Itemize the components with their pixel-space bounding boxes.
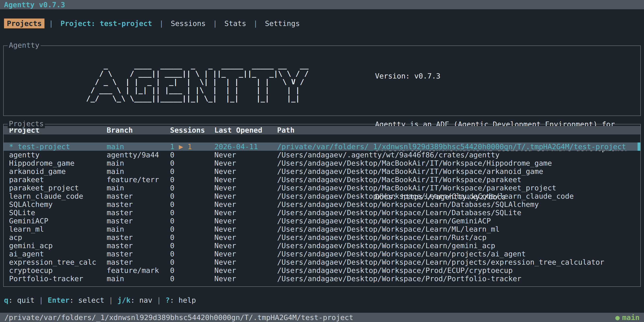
help-key-q: q xyxy=(4,296,8,304)
help-desc: : select xyxy=(70,296,104,304)
project-row[interactable]: acpmaster0Never/Users/andagaev/Desktop/W… xyxy=(4,233,640,242)
cell-branch: main xyxy=(107,184,170,192)
cell-last-opened: Never xyxy=(214,176,277,184)
cell-branch: master xyxy=(107,208,170,217)
sessions-count: 1 xyxy=(170,142,174,151)
cell-project: gemini_acp xyxy=(9,242,107,250)
hero-content: _ ____ _____ _ _ _____ _____ __ __ / \ /… xyxy=(4,46,640,116)
cell-path: /Users/andagaev/Desktop/MacBookAir/IT/Wo… xyxy=(277,159,640,167)
column-header-branch: Branch xyxy=(107,126,170,134)
cell-last-opened: Never xyxy=(214,159,277,167)
help-separator: | xyxy=(152,296,166,304)
cell-branch: master xyxy=(107,192,170,200)
sessions-count: 0 xyxy=(170,176,174,184)
project-row[interactable]: * test-projectmain1 ▶ 12026-04-11/privat… xyxy=(4,142,640,151)
cell-branch: feature/mark xyxy=(107,266,170,274)
cell-branch: feature/terr xyxy=(107,176,170,184)
cell-sessions: 0 xyxy=(170,242,214,250)
cell-last-opened: Never xyxy=(214,242,277,250)
help-key-enter: Enter xyxy=(48,296,70,304)
tab-stats[interactable]: Stats xyxy=(222,18,249,28)
projects-panel-title: Projects xyxy=(8,119,45,128)
cell-path: /Users/andagaev/Desktop/Workspace/Learn/… xyxy=(277,217,640,225)
cell-path: /Users/andagaev/Desktop/MacBookAir/IT/Wo… xyxy=(277,167,640,176)
project-row[interactable]: gemini_acpmaster0Never/Users/andagaev/De… xyxy=(4,242,640,250)
sessions-count: 0 xyxy=(170,217,174,225)
cell-path: /Users/andagaev/.agentty/wt/9a446f86/cra… xyxy=(277,151,640,159)
project-row[interactable]: learn_claude_codemaster0Never/Users/anda… xyxy=(4,192,640,200)
cell-branch: main xyxy=(107,159,170,167)
cell-branch: master xyxy=(107,242,170,250)
sessions-count: 0 xyxy=(170,242,174,250)
cell-project: acp xyxy=(9,233,107,242)
table-gap xyxy=(4,134,640,142)
sessions-count: 0 xyxy=(170,233,174,242)
cell-sessions: 1 ▶ 1 xyxy=(170,142,214,151)
project-row[interactable]: SQLitemaster0Never/Users/andagaev/Deskto… xyxy=(4,208,640,217)
project-row[interactable]: learn_mlmain0Never/Users/andagaev/Deskto… xyxy=(4,225,640,233)
sessions-count: 0 xyxy=(170,208,174,217)
tab-separator: | xyxy=(249,19,262,28)
project-row[interactable]: parakeet_projectmain0Never/Users/andagae… xyxy=(4,184,640,192)
cell-sessions: 0 xyxy=(170,225,214,233)
project-row[interactable]: parakeetfeature/terr0Never/Users/andagae… xyxy=(4,176,640,184)
help-key-jk: j/k xyxy=(118,296,130,304)
cell-sessions: 0 xyxy=(170,266,214,274)
cell-project: arkanoid_game xyxy=(9,167,107,176)
cell-project: GeminiACP xyxy=(9,217,107,225)
project-row[interactable]: Portfolio-trackermain0Never/Users/andaga… xyxy=(4,274,640,283)
git-dot-icon: ● xyxy=(616,313,620,322)
sessions-count: 0 xyxy=(170,266,174,274)
tab-settings[interactable]: Settings xyxy=(262,18,302,28)
cell-sessions: 0 xyxy=(170,151,214,159)
sessions-count: 0 xyxy=(170,192,174,200)
cell-last-opened: Never xyxy=(214,167,277,176)
cell-last-opened: Never xyxy=(214,266,277,274)
cell-project: parakeet xyxy=(9,176,107,184)
cell-project: ai_agent xyxy=(9,250,107,258)
column-header-path: Path xyxy=(277,126,640,134)
cell-sessions: 0 xyxy=(170,208,214,217)
sessions-count: 0 xyxy=(170,167,174,176)
cell-branch: master xyxy=(107,250,170,258)
project-row[interactable]: ai_agentmaster0Never/Users/andagaev/Desk… xyxy=(4,250,640,258)
sessions-count: 0 xyxy=(170,225,174,233)
tab-current-project[interactable]: Project: test-project xyxy=(58,18,155,28)
scrollbar-thumb[interactable] xyxy=(638,142,640,151)
cell-branch: master xyxy=(107,258,170,266)
cell-path: /Users/andagaev/Desktop/MacBookAir/IT/Wo… xyxy=(277,184,640,192)
cell-last-opened: Never xyxy=(214,184,277,192)
table-body: * test-projectmain1 ▶ 12026-04-11/privat… xyxy=(4,142,640,283)
spacer xyxy=(375,96,628,104)
git-branch-name: main xyxy=(622,313,640,322)
cell-path: /Users/andagaev/Desktop/Workspace/Prod/P… xyxy=(277,274,640,283)
projects-panel: Projects ProjectBranchSessionsLast Opene… xyxy=(3,124,641,287)
cell-path: /Users/andagaev/Desktop/Workspace/Learn/… xyxy=(277,242,640,250)
cell-last-opened: Never xyxy=(214,250,277,258)
cell-path: /Users/andagaev/Desktop/Workspace/Learn/… xyxy=(277,258,640,266)
git-status: ●main xyxy=(616,313,640,322)
help-separator: | xyxy=(104,296,118,304)
project-row[interactable]: arkanoid_gamemain0Never/Users/andagaev/D… xyxy=(4,167,640,176)
version-line: Version: v0.7.3 xyxy=(375,72,628,80)
sessions-count: 0 xyxy=(170,151,174,159)
cell-project: expression_tree_calc xyxy=(9,258,107,266)
cell-last-opened: Never xyxy=(214,151,277,159)
cell-sessions: 0 xyxy=(170,217,214,225)
project-row[interactable]: cryptoecupfeature/mark0Never/Users/andag… xyxy=(4,266,640,274)
cell-branch: main xyxy=(107,225,170,233)
cell-project: * test-project xyxy=(9,142,107,151)
cell-sessions: 0 xyxy=(170,167,214,176)
project-row[interactable]: agenttyagentty/9a440Never/Users/andagaev… xyxy=(4,151,640,159)
tab-sessions[interactable]: Sessions xyxy=(168,18,208,28)
project-row[interactable]: Hippodrome_gamemain0Never/Users/andagaev… xyxy=(4,159,640,167)
tab-projects[interactable]: Projects xyxy=(4,18,44,28)
cell-last-opened: Never xyxy=(214,233,277,242)
sessions-count: 0 xyxy=(170,258,174,266)
cell-sessions: 0 xyxy=(170,258,214,266)
cell-path: /private/var/folders/_1/xdnwsnl929d389bh… xyxy=(277,142,640,151)
project-row[interactable]: expression_tree_calcmaster0Never/Users/a… xyxy=(4,258,640,266)
project-row[interactable]: GeminiACPmaster0Never/Users/andagaev/Des… xyxy=(4,217,640,225)
cell-path: /Users/andagaev/Desktop/Workspace/Learn/… xyxy=(277,225,640,233)
project-row[interactable]: SQLAlchemymaster0Never/Users/andagaev/De… xyxy=(4,200,640,208)
